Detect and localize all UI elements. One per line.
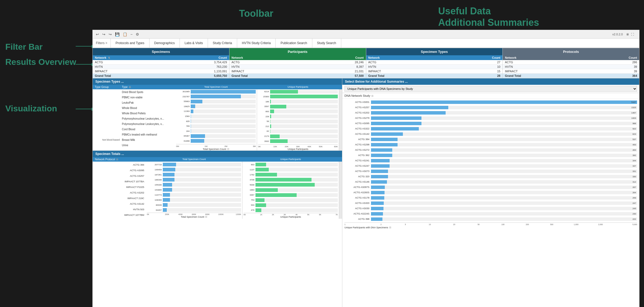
bar-item: 212 <box>258 124 338 129</box>
tab-criteria[interactable]: Study Criteria <box>208 39 237 48</box>
list-item: ACTG AS257 <box>93 173 146 179</box>
totals-spec-axis-title: Total Specimen Count ⊞ <box>147 215 241 218</box>
protocols-table: Network Count ACTG 286 HVTN 39 IMPAACT <box>503 55 639 78</box>
network-cell: ACTG <box>93 60 167 65</box>
toolbar-annotation: Toolbar <box>239 8 273 19</box>
right-bar-item: ACTG AS272 400 <box>344 148 637 152</box>
list-item: Whole Blood <box>93 105 175 111</box>
right-bar-item: ACTG 384 537 <box>344 137 637 142</box>
bar-item: 61898 <box>176 138 256 143</box>
list-item: ACTG AS095 <box>93 168 146 173</box>
specimen-types-chart-section: Specimen Types ... Type Group Type ⊞ Tot… <box>93 78 342 151</box>
sort-icon[interactable]: ⇅ <box>108 57 110 59</box>
app-container: ↩ ↪ ↪ 💾 📋 − ⚙ v2.0.2.0 🖥 ⛶ Filters > Pro… <box>92 30 639 307</box>
tab-protocols[interactable]: Protocols and Types <box>111 39 150 48</box>
specimen-types-panel: Specimen Types Network Count ACTG 27 HVT… <box>366 48 503 78</box>
save-icon[interactable]: 💾 <box>114 32 121 37</box>
table-row: HVTN 10 <box>366 65 503 69</box>
tab-labs[interactable]: Labs & Visits <box>180 39 208 48</box>
useful-annotation: Useful DataAdditional Summaries <box>438 5 571 28</box>
bar-item: 789 <box>176 124 256 129</box>
specimen-totals-section: Specimen Totals ... Network Protocol ⊞ T… <box>93 151 342 307</box>
table-row: HVTN 8,397 <box>229 65 366 69</box>
chart-table-header: Type Group Type ⊞ Total Specimen Count U… <box>93 85 342 89</box>
viz-annotation: Visualization <box>5 104 57 113</box>
right-bar-item: ACTG AS260S 264 <box>344 190 637 195</box>
protocol-filter-icon[interactable]: ⊞ <box>116 158 118 161</box>
totals-scrollbar[interactable] <box>339 162 342 219</box>
list-item: Polymorphonuclear Leukocytes, n... <box>93 116 175 121</box>
bar-item: 228 <box>258 114 338 119</box>
filter-icon[interactable]: ⊞ <box>129 86 131 89</box>
list-item: Not blood-based Breast Milk <box>93 137 175 142</box>
bar-item: 3932 <box>258 139 338 144</box>
right-bar-item: ACTG AS001 5167 <box>344 100 637 104</box>
specimens-network-col: Network ⇅ <box>93 55 167 60</box>
summary-dropdown[interactable]: Unique Participants with DNA Specimens b… <box>344 86 637 92</box>
dna-filter-icon[interactable]: ⊞ <box>371 94 373 97</box>
chart-area-header: Total Specimen Count Unique Participants <box>175 86 339 89</box>
toolbar: ↩ ↪ ↪ 💾 📋 − ⚙ v2.0.2.0 🖥 ⛶ <box>93 30 639 39</box>
totals-chart-body: ACTG 384 ACTG AS095 ACTG AS257 IMPAACT 1… <box>93 162 342 219</box>
totals-part-axis-title: Unique Participants <box>244 216 338 218</box>
redo2-icon[interactable]: ↪ <box>108 32 113 37</box>
tab-demographics[interactable]: Demographics <box>150 39 180 48</box>
list-item: HVTN 503 <box>93 207 146 212</box>
scrollbar[interactable] <box>339 89 342 150</box>
table-row: ACTG 28,246 <box>229 60 366 65</box>
bar-item: 835 <box>176 119 256 124</box>
right-bar-item: ACTG AS097S 267 <box>344 185 637 190</box>
list-item: Cord Blood <box>93 127 175 132</box>
redo-icon[interactable]: ↪ <box>101 32 106 37</box>
undo-icon[interactable]: ↩ <box>95 32 100 37</box>
table-row: HVTN 763,230 <box>93 65 229 69</box>
settings-icon[interactable]: ⚙ <box>135 32 140 37</box>
bar-item: 56 <box>258 119 338 124</box>
specimen-types-chart-body: Dried Blood Spots PBMC non-viable LeukoP… <box>93 89 342 150</box>
right-bar-item: ACTG 320 330 <box>344 174 637 179</box>
tab-study[interactable]: Study Search <box>312 39 341 48</box>
right-bar-item: ACTG 362 392 <box>344 153 637 158</box>
right-bar-item: ACTG AS320 247 <box>344 201 637 205</box>
specimen-types-table: Network Count ACTG 27 HVTN 10 IMPAACT <box>366 55 503 78</box>
list-item: ACTG 384 <box>93 162 146 167</box>
participants-panel: Participants Network Count ACTG 28,246 H… <box>229 48 366 78</box>
tab-publication[interactable]: Publication Search <box>276 39 312 48</box>
right-bar-item: ACTG AS073 331 <box>344 169 637 174</box>
minus-icon[interactable]: − <box>129 32 134 37</box>
count-cell: 3,754,429 <box>167 60 229 65</box>
bar-item: 15300 <box>258 94 338 99</box>
spec-axis-title: Total Specimen Count ⊞ <box>176 148 256 150</box>
specimen-types-header: Specimen Types <box>366 48 503 55</box>
bar-item: 1560 <box>176 114 256 119</box>
specimen-types-chart-header: Specimen Types ... <box>93 78 342 85</box>
totals-spec-axis: 0K 200K 400K 600K 800K 1000K 1200K <box>147 213 241 215</box>
table-row: ACTG 286 <box>503 60 639 65</box>
bar-item: 3597 <box>258 104 338 109</box>
bar-item: 65367 <box>176 134 256 138</box>
type-group-col-header: Type Group <box>93 86 122 89</box>
right-bar-item: ACTG AS257 1525 <box>344 105 637 110</box>
filterbar-annotation: Filter Bar <box>5 42 42 52</box>
totals-spec-bars: 207716 199459 187261 186346 155336 15489… <box>146 162 242 219</box>
list-item: IMPAACT 1077BM <box>93 212 146 218</box>
specimens-table: Network ⇅ Count ACTG 3,754,429 HVTN 763,… <box>93 55 229 78</box>
list-item: LeukoPak <box>93 100 175 105</box>
results-annotation: Results Overview <box>5 57 76 67</box>
protocols-header: Protocols <box>503 48 639 55</box>
right-chart-content: ACTG AS001 5167 ACTG AS257 1525 ACTG AS2… <box>342 99 639 307</box>
specimens-header: Specimens <box>93 48 229 55</box>
bar-item: 893 <box>258 109 338 114</box>
fullscreen-icon[interactable]: ⛶ <box>631 33 634 36</box>
totals-part-bars: 903 1137 1792 4706 5008 1863 3467 753 93… <box>242 162 339 219</box>
bar-item: 164 <box>176 129 256 133</box>
monitor-icon[interactable]: 🖥 <box>626 33 629 36</box>
table-row-total: Grand Total 364 <box>503 74 639 78</box>
table-row: ACTG 27 <box>366 60 503 65</box>
list-item: Urine <box>93 142 175 148</box>
list-item: ACTG AS202 <box>93 190 146 195</box>
results-overview: Specimens Network ⇅ Count ACTG 3,754,429 <box>93 48 639 78</box>
copy-icon[interactable]: 📋 <box>122 32 128 37</box>
list-item: ACTG AS142 <box>93 201 146 207</box>
tab-hvtn[interactable]: HVTN Study Criteria <box>237 39 276 48</box>
